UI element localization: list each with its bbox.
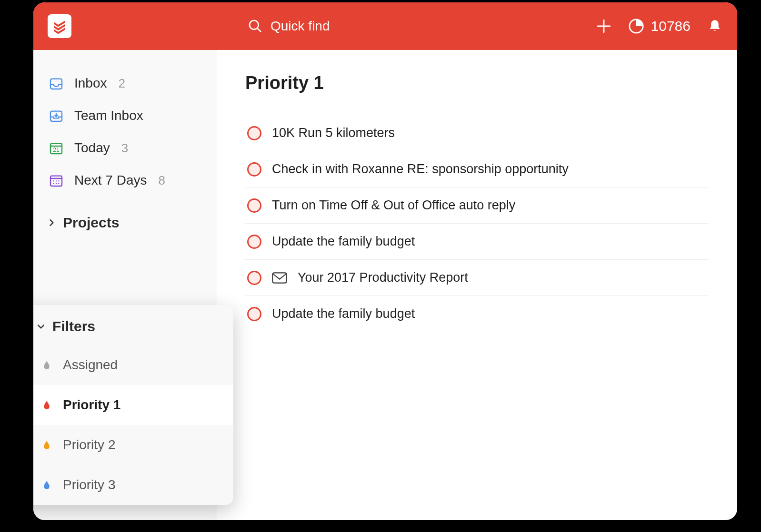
svg-point-0 bbox=[250, 20, 259, 30]
header: Quick find 10786 bbox=[33, 2, 737, 50]
svg-rect-17 bbox=[272, 273, 286, 283]
team-inbox-icon bbox=[49, 108, 64, 123]
drop-icon bbox=[42, 479, 51, 491]
search-button[interactable]: Quick find bbox=[248, 19, 330, 34]
sidebar-item-count: 3 bbox=[121, 141, 128, 156]
drop-icon bbox=[42, 399, 51, 411]
task-checkbox[interactable] bbox=[247, 307, 261, 321]
task-row[interactable]: 10K Run 5 kilometers bbox=[245, 115, 709, 151]
chevron-right-icon bbox=[47, 218, 56, 227]
task-row[interactable]: Turn on Time Off & Out of Office auto re… bbox=[245, 187, 709, 224]
filter-item-label: Assigned bbox=[63, 357, 118, 373]
main-content: Priority 1 10K Run 5 kilometers Check in… bbox=[217, 50, 737, 520]
sidebar-item-count: 2 bbox=[119, 76, 125, 91]
sidebar-item-label: Team Inbox bbox=[74, 108, 143, 123]
filter-item-label: Priority 3 bbox=[63, 477, 115, 493]
chevron-down-icon bbox=[36, 322, 46, 331]
drop-icon bbox=[42, 439, 51, 451]
karma-icon bbox=[628, 18, 644, 34]
projects-label: Projects bbox=[63, 215, 119, 231]
svg-point-12 bbox=[56, 180, 57, 181]
header-actions: 10786 bbox=[596, 18, 723, 34]
svg-point-16 bbox=[58, 183, 59, 184]
sidebar-item-next-7-days[interactable]: Next 7 Days 8 bbox=[33, 164, 217, 197]
task-title: Update the family budget bbox=[272, 306, 415, 321]
sidebar: Inbox 2 Team Inbox 21 Today bbox=[33, 50, 217, 520]
next-7-days-icon bbox=[49, 173, 64, 188]
sidebar-item-today[interactable]: 21 Today 3 bbox=[33, 132, 217, 164]
task-checkbox[interactable] bbox=[247, 271, 261, 285]
task-checkbox[interactable] bbox=[247, 198, 261, 213]
sidebar-item-label: Today bbox=[74, 140, 110, 156]
filters-label: Filters bbox=[52, 318, 95, 335]
sidebar-item-label: Inbox bbox=[74, 76, 107, 91]
svg-point-15 bbox=[56, 183, 57, 184]
svg-point-11 bbox=[53, 180, 54, 181]
inbox-icon bbox=[49, 76, 64, 91]
task-row[interactable]: Update the family budget bbox=[245, 224, 709, 260]
svg-point-13 bbox=[58, 180, 59, 181]
task-row[interactable]: Your 2017 Productivity Report bbox=[245, 260, 709, 296]
add-task-icon[interactable] bbox=[596, 18, 612, 34]
search-icon bbox=[248, 19, 263, 34]
filter-item-label: Priority 1 bbox=[63, 397, 120, 413]
sidebar-item-count: 8 bbox=[159, 173, 165, 188]
svg-text:21: 21 bbox=[53, 147, 60, 153]
today-icon: 21 bbox=[49, 140, 64, 156]
filters-section-header[interactable]: Filters bbox=[33, 305, 233, 345]
task-row[interactable]: Check in with Roxanne RE: sponsorship op… bbox=[245, 151, 709, 187]
task-title: Your 2017 Productivity Report bbox=[298, 270, 468, 285]
sidebar-item-label: Next 7 Days bbox=[74, 173, 147, 188]
karma-points: 10786 bbox=[651, 18, 691, 34]
task-title: Turn on Time Off & Out of Office auto re… bbox=[272, 198, 515, 213]
app-logo[interactable] bbox=[48, 14, 71, 38]
filter-item-assigned[interactable]: Assigned bbox=[33, 345, 233, 385]
filter-item-label: Priority 2 bbox=[63, 437, 115, 453]
task-title: 10K Run 5 kilometers bbox=[272, 126, 395, 140]
task-checkbox[interactable] bbox=[247, 126, 261, 140]
drop-icon bbox=[42, 359, 51, 371]
filter-item-priority-2[interactable]: Priority 2 bbox=[33, 425, 233, 465]
sidebar-item-team-inbox[interactable]: Team Inbox bbox=[33, 99, 217, 132]
search-placeholder: Quick find bbox=[270, 19, 330, 34]
todoist-logo-icon bbox=[51, 18, 68, 35]
task-checkbox[interactable] bbox=[247, 235, 261, 249]
mail-icon bbox=[272, 272, 287, 284]
task-title: Update the family budget bbox=[272, 234, 415, 249]
svg-point-14 bbox=[53, 183, 54, 184]
task-list: 10K Run 5 kilometers Check in with Roxan… bbox=[245, 115, 709, 332]
karma-score[interactable]: 10786 bbox=[628, 18, 691, 34]
svg-line-1 bbox=[258, 29, 261, 32]
filter-item-priority-3[interactable]: Priority 3 bbox=[33, 465, 233, 505]
projects-section-header[interactable]: Projects bbox=[33, 204, 217, 238]
app-window: Quick find 10786 bbox=[33, 2, 737, 520]
task-title: Check in with Roxanne RE: sponsorship op… bbox=[272, 162, 569, 177]
page-title: Priority 1 bbox=[245, 73, 709, 93]
filter-item-priority-1[interactable]: Priority 1 bbox=[33, 385, 233, 425]
sidebar-item-inbox[interactable]: Inbox 2 bbox=[33, 67, 217, 99]
notifications-icon[interactable] bbox=[707, 18, 723, 34]
task-row[interactable]: Update the family budget bbox=[245, 296, 709, 332]
filters-panel: Filters Assigned Priority 1 bbox=[33, 305, 233, 505]
task-checkbox[interactable] bbox=[247, 162, 261, 177]
